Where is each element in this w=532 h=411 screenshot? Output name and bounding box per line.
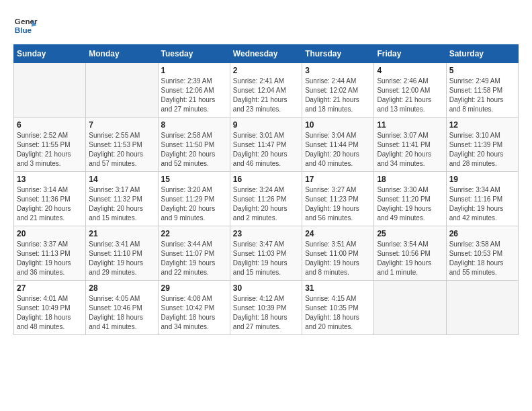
day-detail: Sunrise: 3:34 AM Sunset: 11:16 PM Daylig… xyxy=(449,185,515,223)
day-number: 12 xyxy=(449,120,515,130)
day-number: 3 xyxy=(305,66,371,75)
logo: General Blue xyxy=(13,13,38,38)
day-number: 1 xyxy=(161,66,227,75)
calendar-header-row: SundayMondayTuesdayWednesdayThursdayFrid… xyxy=(14,45,519,63)
calendar-day-30: 30Sunrise: 4:12 AM Sunset: 10:39 PM Dayl… xyxy=(230,281,302,335)
day-header-tuesday: Tuesday xyxy=(158,45,230,63)
day-number: 11 xyxy=(377,120,443,130)
day-header-saturday: Saturday xyxy=(446,45,518,63)
day-detail: Sunrise: 3:27 AM Sunset: 11:23 PM Daylig… xyxy=(305,185,371,223)
calendar-day-28: 28Sunrise: 4:05 AM Sunset: 10:46 PM Dayl… xyxy=(86,281,158,335)
day-number: 21 xyxy=(89,229,154,238)
day-number: 13 xyxy=(17,175,83,184)
calendar-empty xyxy=(446,281,518,335)
calendar-day-19: 19Sunrise: 3:34 AM Sunset: 11:16 PM Dayl… xyxy=(446,172,518,226)
day-detail: Sunrise: 3:10 AM Sunset: 11:39 PM Daylig… xyxy=(449,131,515,169)
day-number: 31 xyxy=(305,283,371,293)
day-header-sunday: Sunday xyxy=(14,45,86,63)
calendar-day-6: 6Sunrise: 2:52 AM Sunset: 11:55 PM Dayli… xyxy=(14,118,86,172)
calendar-day-31: 31Sunrise: 4:15 AM Sunset: 10:35 PM Dayl… xyxy=(302,281,374,335)
day-detail: Sunrise: 2:44 AM Sunset: 12:02 AM Daylig… xyxy=(305,77,371,114)
day-detail: Sunrise: 2:52 AM Sunset: 11:55 PM Daylig… xyxy=(17,131,83,169)
day-number: 17 xyxy=(305,175,371,184)
logo-icon: General Blue xyxy=(13,13,38,38)
calendar-header: General Blue xyxy=(13,13,519,38)
day-number: 25 xyxy=(377,229,443,238)
day-detail: Sunrise: 3:47 AM Sunset: 11:03 PM Daylig… xyxy=(233,240,299,277)
day-detail: Sunrise: 3:41 AM Sunset: 11:10 PM Daylig… xyxy=(89,240,154,277)
day-number: 28 xyxy=(89,283,154,293)
calendar-day-22: 22Sunrise: 3:44 AM Sunset: 11:07 PM Dayl… xyxy=(158,226,230,281)
calendar-day-27: 27Sunrise: 4:01 AM Sunset: 10:49 PM Dayl… xyxy=(14,281,86,335)
day-header-wednesday: Wednesday xyxy=(230,45,302,63)
calendar-day-29: 29Sunrise: 4:08 AM Sunset: 10:42 PM Dayl… xyxy=(158,281,230,335)
day-detail: Sunrise: 3:44 AM Sunset: 11:07 PM Daylig… xyxy=(161,240,227,277)
calendar-empty xyxy=(374,281,446,335)
calendar-day-15: 15Sunrise: 3:20 AM Sunset: 11:29 PM Dayl… xyxy=(158,172,230,226)
day-detail: Sunrise: 3:04 AM Sunset: 11:44 PM Daylig… xyxy=(305,131,371,169)
calendar-day-11: 11Sunrise: 3:07 AM Sunset: 11:41 PM Dayl… xyxy=(374,118,446,172)
day-number: 4 xyxy=(377,66,443,75)
day-number: 29 xyxy=(161,283,227,293)
day-header-monday: Monday xyxy=(86,45,158,63)
day-detail: Sunrise: 4:12 AM Sunset: 10:39 PM Daylig… xyxy=(233,294,299,332)
day-number: 23 xyxy=(233,229,299,238)
day-detail: Sunrise: 2:58 AM Sunset: 11:50 PM Daylig… xyxy=(161,131,227,169)
day-detail: Sunrise: 3:14 AM Sunset: 11:36 PM Daylig… xyxy=(17,185,83,223)
day-number: 14 xyxy=(89,175,154,184)
day-detail: Sunrise: 4:08 AM Sunset: 10:42 PM Daylig… xyxy=(161,294,227,332)
day-number: 2 xyxy=(233,66,299,75)
calendar-day-12: 12Sunrise: 3:10 AM Sunset: 11:39 PM Dayl… xyxy=(446,118,518,172)
calendar-week-2: 6Sunrise: 2:52 AM Sunset: 11:55 PM Dayli… xyxy=(14,118,519,172)
svg-text:Blue: Blue xyxy=(15,26,32,34)
calendar-empty xyxy=(14,63,86,118)
day-detail: Sunrise: 4:15 AM Sunset: 10:35 PM Daylig… xyxy=(305,294,371,332)
calendar-day-23: 23Sunrise: 3:47 AM Sunset: 11:03 PM Dayl… xyxy=(230,226,302,281)
calendar-day-16: 16Sunrise: 3:24 AM Sunset: 11:26 PM Dayl… xyxy=(230,172,302,226)
day-detail: Sunrise: 3:07 AM Sunset: 11:41 PM Daylig… xyxy=(377,131,443,169)
day-detail: Sunrise: 2:41 AM Sunset: 12:04 AM Daylig… xyxy=(233,77,299,114)
day-detail: Sunrise: 3:24 AM Sunset: 11:26 PM Daylig… xyxy=(233,185,299,223)
day-number: 27 xyxy=(17,283,83,293)
calendar-day-14: 14Sunrise: 3:17 AM Sunset: 11:32 PM Dayl… xyxy=(86,172,158,226)
day-detail: Sunrise: 2:49 AM Sunset: 11:58 PM Daylig… xyxy=(449,77,515,114)
calendar-week-5: 27Sunrise: 4:01 AM Sunset: 10:49 PM Dayl… xyxy=(14,281,519,335)
day-detail: Sunrise: 4:05 AM Sunset: 10:46 PM Daylig… xyxy=(89,294,154,332)
day-detail: Sunrise: 3:54 AM Sunset: 10:56 PM Daylig… xyxy=(377,240,443,277)
calendar-table: SundayMondayTuesdayWednesdayThursdayFrid… xyxy=(13,44,519,335)
day-detail: Sunrise: 2:39 AM Sunset: 12:06 AM Daylig… xyxy=(161,77,227,114)
calendar-day-8: 8Sunrise: 2:58 AM Sunset: 11:50 PM Dayli… xyxy=(158,118,230,172)
day-number: 26 xyxy=(449,229,515,238)
day-detail: Sunrise: 4:01 AM Sunset: 10:49 PM Daylig… xyxy=(17,294,83,332)
calendar-day-10: 10Sunrise: 3:04 AM Sunset: 11:44 PM Dayl… xyxy=(302,118,374,172)
day-number: 18 xyxy=(377,175,443,184)
day-detail: Sunrise: 3:51 AM Sunset: 11:00 PM Daylig… xyxy=(305,240,371,277)
day-number: 15 xyxy=(161,175,227,184)
day-detail: Sunrise: 3:20 AM Sunset: 11:29 PM Daylig… xyxy=(161,185,227,223)
calendar-day-21: 21Sunrise: 3:41 AM Sunset: 11:10 PM Dayl… xyxy=(86,226,158,281)
day-detail: Sunrise: 3:17 AM Sunset: 11:32 PM Daylig… xyxy=(89,185,154,223)
calendar-week-1: 1Sunrise: 2:39 AM Sunset: 12:06 AM Dayli… xyxy=(14,63,519,118)
day-detail: Sunrise: 2:46 AM Sunset: 12:00 AM Daylig… xyxy=(377,77,443,114)
day-number: 16 xyxy=(233,175,299,184)
calendar-day-4: 4Sunrise: 2:46 AM Sunset: 12:00 AM Dayli… xyxy=(374,63,446,118)
day-detail: Sunrise: 3:01 AM Sunset: 11:47 PM Daylig… xyxy=(233,131,299,169)
day-number: 22 xyxy=(161,229,227,238)
calendar-day-1: 1Sunrise: 2:39 AM Sunset: 12:06 AM Dayli… xyxy=(158,63,230,118)
calendar-day-24: 24Sunrise: 3:51 AM Sunset: 11:00 PM Dayl… xyxy=(302,226,374,281)
day-number: 19 xyxy=(449,175,515,184)
day-detail: Sunrise: 3:30 AM Sunset: 11:20 PM Daylig… xyxy=(377,185,443,223)
day-header-friday: Friday xyxy=(374,45,446,63)
day-number: 5 xyxy=(449,66,515,75)
day-number: 10 xyxy=(305,120,371,130)
calendar-day-2: 2Sunrise: 2:41 AM Sunset: 12:04 AM Dayli… xyxy=(230,63,302,118)
day-number: 9 xyxy=(233,120,299,130)
calendar-empty xyxy=(86,63,158,118)
calendar-week-4: 20Sunrise: 3:37 AM Sunset: 11:13 PM Dayl… xyxy=(14,226,519,281)
calendar-day-20: 20Sunrise: 3:37 AM Sunset: 11:13 PM Dayl… xyxy=(14,226,86,281)
day-header-thursday: Thursday xyxy=(302,45,374,63)
day-number: 8 xyxy=(161,120,227,130)
day-detail: Sunrise: 3:58 AM Sunset: 10:53 PM Daylig… xyxy=(449,240,515,277)
day-detail: Sunrise: 2:55 AM Sunset: 11:53 PM Daylig… xyxy=(89,131,154,169)
calendar-week-3: 13Sunrise: 3:14 AM Sunset: 11:36 PM Dayl… xyxy=(14,172,519,226)
